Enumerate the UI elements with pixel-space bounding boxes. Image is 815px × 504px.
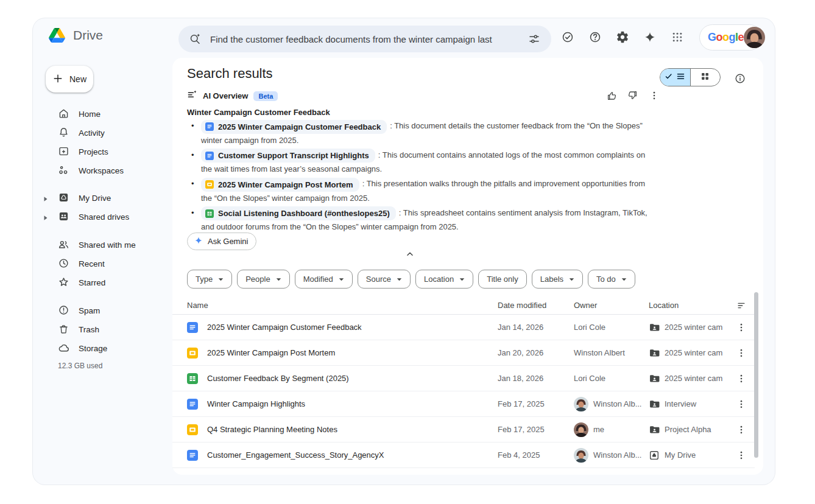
sidebar-item-shared-with-me[interactable]: Shared with me <box>33 236 172 254</box>
offline-status-icon[interactable] <box>560 30 575 44</box>
sidebar-item-label: Recent <box>79 259 105 268</box>
column-header-modified[interactable]: Date modified <box>498 301 574 310</box>
check-icon <box>665 72 674 83</box>
filter-type[interactable]: Type <box>187 270 232 289</box>
sidebar-item-my-drive[interactable]: My Drive <box>33 189 172 208</box>
bell-icon <box>58 127 69 140</box>
sidebar: New Home Activity Projects Workspaces <box>33 56 172 485</box>
location-cell[interactable]: Project Alpha <box>649 424 728 435</box>
search-bar[interactable]: Find the customer feedback documents fro… <box>178 26 551 52</box>
row-menu-icon[interactable] <box>728 348 755 359</box>
row-menu-icon[interactable] <box>728 424 755 435</box>
file-chip[interactable]: Customer Support Transcript Highlights <box>201 149 375 163</box>
filter-labels[interactable]: Labels <box>532 270 583 289</box>
search-options-icon[interactable] <box>527 32 542 46</box>
table-row[interactable]: Customer Feedback By Segment (2025) Jan … <box>172 366 755 391</box>
collapse-ai-overview-chevron-icon[interactable] <box>405 249 415 261</box>
table-row[interactable]: Winter Campaign Highlights Feb 17, 2025 … <box>172 391 755 417</box>
sidebar-item-home[interactable]: Home <box>33 105 172 124</box>
ai-bullet: 2025 Winter Campaign Customer Feedback: … <box>187 119 649 147</box>
help-icon[interactable] <box>588 30 602 44</box>
sort-icon[interactable] <box>728 301 755 310</box>
new-button[interactable]: New <box>46 66 93 93</box>
column-header-name[interactable]: Name <box>172 301 498 310</box>
topbar-actions <box>560 30 685 44</box>
file-chip[interactable]: 2025 Winter Campaign Post Mortem <box>201 178 359 192</box>
search-icon[interactable] <box>188 32 202 46</box>
expand-arrow-icon[interactable] <box>43 214 48 223</box>
table-row[interactable]: Q4 Strategic Planning Meeting Notes Feb … <box>172 417 755 443</box>
drive-logo-icon <box>49 28 65 43</box>
home-icon <box>58 108 69 121</box>
row-menu-icon[interactable] <box>728 373 755 384</box>
ai-overview-menu-icon[interactable] <box>647 88 662 103</box>
filter-to-do[interactable]: To do <box>588 270 635 289</box>
expand-arrow-icon[interactable] <box>43 195 48 204</box>
storage-used-label: 12.3 GB used <box>33 362 172 370</box>
location-cell[interactable]: My Drive <box>649 450 728 461</box>
row-menu-icon[interactable] <box>728 322 755 333</box>
file-chip[interactable]: 2025 Winter Campaign Customer Feedback <box>201 120 387 134</box>
apps-grid-icon[interactable] <box>670 30 685 44</box>
grid-view-button[interactable] <box>690 69 721 86</box>
sidebar-item-recent[interactable]: Recent <box>33 254 172 273</box>
table-row[interactable]: Customer_Engagement_Success_Story_Agency… <box>172 443 755 468</box>
location-cell[interactable]: 2025 winter cam <box>649 348 728 359</box>
location-cell[interactable]: 2025 winter cam <box>649 322 728 333</box>
sidebar-item-label: Trash <box>79 325 99 334</box>
sidebar-item-spam[interactable]: Spam <box>33 301 172 320</box>
caret-down-icon <box>621 278 627 281</box>
info-icon[interactable] <box>733 71 747 86</box>
owner-avatar <box>574 397 588 411</box>
ask-gemini-button[interactable]: Ask Gemini <box>187 233 256 250</box>
table-row[interactable]: 2025 Winter Campaign Post Mortem Jan 20,… <box>172 340 755 366</box>
my-drive-icon <box>649 450 660 461</box>
google-slides-icon <box>187 348 198 359</box>
sidebar-item-projects[interactable]: Projects <box>33 142 172 161</box>
plus-icon <box>52 73 63 86</box>
row-menu-icon[interactable] <box>728 399 755 410</box>
sidebar-item-activity[interactable]: Activity <box>33 124 172 142</box>
caret-down-icon <box>397 278 402 281</box>
thumbs-up-icon[interactable] <box>604 88 619 103</box>
projects-icon <box>58 145 69 159</box>
filter-modified[interactable]: Modified <box>295 270 353 289</box>
owner-avatar <box>574 448 588 463</box>
location-cell[interactable]: 2025 winter cam <box>649 373 728 384</box>
spam-icon <box>58 304 69 318</box>
thumbs-down-icon[interactable] <box>626 88 640 103</box>
vertical-scrollbar[interactable] <box>754 292 758 458</box>
filter-people[interactable]: People <box>237 270 289 289</box>
sidebar-item-shared-drives[interactable]: Shared drives <box>33 208 172 226</box>
column-header-owner[interactable]: Owner <box>574 301 649 310</box>
sidebar-item-label: Shared with me <box>79 240 136 250</box>
column-header-location[interactable]: Location <box>649 301 728 310</box>
search-input[interactable]: Find the customer feedback documents fro… <box>210 34 519 44</box>
gemini-spark-icon <box>194 236 203 247</box>
row-menu-icon[interactable] <box>728 450 755 461</box>
drive-brand[interactable]: Drive <box>49 28 103 43</box>
google-docs-icon <box>187 450 198 461</box>
sidebar-item-trash[interactable]: Trash <box>33 320 172 339</box>
filter-source[interactable]: Source <box>358 270 411 289</box>
google-docs-icon <box>187 322 198 333</box>
caret-down-icon <box>569 278 574 281</box>
user-avatar[interactable] <box>744 27 765 48</box>
sidebar-item-workspaces[interactable]: Workspaces <box>33 161 172 180</box>
filter-location[interactable]: Location <box>415 270 473 289</box>
ai-bullet: Customer Support Transcript Highlights: … <box>187 149 649 176</box>
location-cell[interactable]: Interview <box>649 399 728 410</box>
filter-title-only[interactable]: Title only <box>478 270 527 289</box>
list-view-button[interactable] <box>660 69 690 86</box>
shared-folder-icon <box>649 424 660 435</box>
gemini-sparkle-icon[interactable] <box>643 30 657 44</box>
settings-icon[interactable] <box>615 30 630 44</box>
table-row[interactable]: 2025 Winter Campaign Customer Feedback J… <box>172 315 755 340</box>
sidebar-item-label: Starred <box>79 278 105 287</box>
file-chip[interactable]: Social Listening Dashboard (#ontheslopes… <box>201 206 396 220</box>
sidebar-item-storage[interactable]: Storage <box>33 339 172 358</box>
clock-icon <box>58 257 69 271</box>
account-pill[interactable]: Google <box>699 24 763 51</box>
sidebar-item-starred[interactable]: Starred <box>33 273 172 292</box>
sidebar-item-label: Workspaces <box>79 166 124 175</box>
